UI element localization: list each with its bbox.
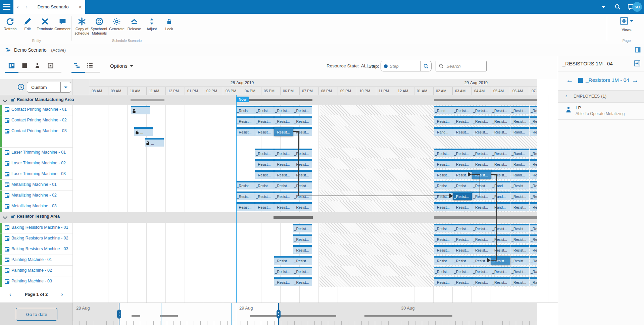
resource-label-cell[interactable]: Metallizing Machine - 02	[0, 191, 73, 201]
gantt-bar[interactable]: _Resist...	[491, 245, 510, 254]
comment-button[interactable]: Comment	[54, 16, 71, 31]
resource-label-cell[interactable]: Baking Resistors Machine - 02	[0, 233, 73, 244]
gantt-bar[interactable]: _Resist...	[434, 224, 453, 232]
gantt-bar[interactable]: _Resist...	[293, 234, 312, 243]
gantt-bar[interactable]: _Resist...	[236, 202, 255, 211]
gantt-bar-selected[interactable]: _Resist...	[453, 192, 472, 200]
gantt-bar[interactable]: _Resist...	[453, 267, 472, 275]
range-handle[interactable]	[277, 310, 281, 319]
gantt-bar[interactable]: _Resist...	[530, 192, 537, 200]
gantt-bar[interactable]: _Resist...	[255, 159, 274, 168]
hamburger-menu-icon[interactable]	[0, 0, 13, 14]
gantt-bar[interactable]: _Rand...	[510, 170, 529, 179]
gantt-bar[interactable]: _Resist...	[530, 245, 537, 254]
go-to-date-button[interactable]: Go to date	[16, 308, 57, 321]
gantt-bar[interactable]: _Resist...	[472, 192, 491, 200]
gantt-bar[interactable]: _Resist...	[274, 277, 293, 286]
gantt-bar[interactable]: _Resist...	[274, 202, 293, 211]
gantt-bar[interactable]: _Resist...	[255, 127, 274, 136]
gantt-bar[interactable]: _Resist...	[472, 127, 491, 136]
resource-label-cell[interactable]: Laser Trimming Machine - 03	[0, 169, 73, 180]
tab-close-icon[interactable]: ✕	[75, 4, 85, 10]
locked-task-bar[interactable]: ...	[145, 138, 164, 147]
gantt-bar[interactable]: _Rand...	[434, 106, 453, 114]
custom-range-dropdown[interactable]: Custom	[27, 82, 71, 93]
gantt-bar[interactable]: _Resist...	[510, 202, 529, 211]
gantt-bar[interactable]: _Resist...	[472, 267, 491, 275]
gantt-bar[interactable]: _Resist...	[453, 149, 472, 157]
chevron-down-icon[interactable]	[3, 98, 7, 102]
collapse-section-icon[interactable]: ‹	[565, 93, 567, 99]
gantt-bar[interactable]: _Resist...	[453, 202, 472, 211]
step-search-button[interactable]	[420, 61, 431, 71]
search-input[interactable]	[444, 64, 486, 69]
employees-section-header[interactable]: ‹ EMPLOYEES (1)	[558, 91, 644, 103]
generate-button[interactable]: Generate	[108, 16, 126, 31]
gantt-bar[interactable]: _Resist...	[293, 277, 312, 286]
gantt-bar[interactable]: _Resist...	[530, 181, 537, 189]
gantt-bar[interactable]: _Resist...	[510, 245, 529, 254]
gantt-bar[interactable]: _Resist...	[434, 116, 453, 125]
gantt-bar[interactable]: _Resist...	[530, 127, 537, 136]
resource-label-cell[interactable]: Baking Resistors Machine - 01	[0, 223, 73, 233]
resource-label-cell[interactable]: Painting Machine - 01	[0, 255, 73, 266]
step-input[interactable]	[388, 64, 420, 69]
resource-label-cell[interactable]: Baking Resistors Machine - 03	[0, 244, 73, 255]
gantt-bar[interactable]: _Rand...	[434, 127, 453, 136]
gantt-bar[interactable]: _Resist...	[472, 106, 491, 114]
gantt-bar[interactable]: _Resist...	[274, 159, 293, 168]
page-next-icon[interactable]: ›	[61, 291, 63, 298]
gantt-bar[interactable]: _Resist...	[453, 245, 472, 254]
gantt-bar[interactable]: _Resist...	[293, 267, 312, 275]
gantt-bar[interactable]: _Resist...	[453, 224, 472, 232]
gantt-bar[interactable]: _Resist...	[491, 267, 510, 275]
gantt-bar[interactable]: _Resist...	[293, 224, 312, 232]
resource-label-cell[interactable]: Laser Trimming Machine - 02	[0, 158, 73, 169]
gantt-bar[interactable]: _Resist...	[293, 202, 312, 211]
edit-button[interactable]: Edit	[19, 16, 36, 31]
views-button[interactable]	[620, 17, 633, 25]
gantt-bar[interactable]: _Resist...	[255, 116, 274, 125]
gantt-bar[interactable]: _Resist...	[293, 256, 312, 265]
gantt-bar[interactable]: _Resist...	[453, 234, 472, 243]
history-back-icon[interactable]: ‹	[13, 4, 22, 10]
resource-label-cell[interactable]: Contact Printing Machine - 02	[0, 115, 73, 126]
gantt-bar[interactable]: _Resist...	[434, 181, 453, 189]
release-button[interactable]: Release	[126, 16, 143, 31]
gantt-bar[interactable]: _Rand...	[530, 267, 537, 275]
gantt-bar[interactable]: _Resist...	[255, 202, 274, 211]
gantt-bar-selected[interactable]: _Resist...	[274, 127, 293, 136]
resource-label-cell[interactable]: Contact Printing Machine - 01	[0, 105, 73, 115]
gantt-bar[interactable]: _Resist...	[530, 159, 537, 168]
gantt-bar[interactable]: _Resist...	[530, 224, 537, 232]
locked-task-bar[interactable]: ...	[131, 106, 150, 114]
gantt-bar[interactable]: _Resist...	[472, 224, 491, 232]
gantt-bar[interactable]: _Resist...	[293, 149, 312, 157]
gantt-bar[interactable]: _Resist...	[491, 149, 510, 157]
gantt-bar[interactable]: _Resist...	[236, 192, 255, 200]
gantt-bar[interactable]: _Rand...	[530, 256, 537, 265]
gantt-bar[interactable]: _Resist...	[255, 192, 274, 200]
gantt-bar[interactable]: _Rand...	[491, 192, 510, 200]
gantt-bar[interactable]: _Resist...	[274, 106, 293, 114]
gantt-bar[interactable]: _Resist...	[472, 116, 491, 125]
gantt-bar[interactable]: _Rand...	[530, 277, 537, 286]
gantt-bar[interactable]: _Resist...	[491, 277, 510, 286]
resource-label-cell[interactable]: Laser Trimming Machine - 01	[0, 148, 73, 158]
refresh-button[interactable]: Refresh	[1, 16, 19, 31]
gantt-bar[interactable]: _Resist...	[530, 234, 537, 243]
frame-view-icon[interactable]	[46, 61, 55, 70]
gantt-bar[interactable]: _Resist...	[510, 106, 529, 114]
gantt-bar[interactable]: _Resist...	[510, 181, 529, 189]
gantt-bar[interactable]: _Resist...	[274, 267, 293, 275]
gantt-bar[interactable]: _Resist...	[293, 106, 312, 114]
gantt-bar[interactable]: _Resist...	[491, 116, 510, 125]
gantt-bar[interactable]: _Resist...	[453, 181, 472, 189]
gantt-bar[interactable]: _Resist...	[472, 277, 491, 286]
gantt-bar[interactable]: _Resist...	[274, 149, 293, 157]
topbar-dropdown-icon[interactable]	[598, 0, 608, 14]
locked-task-bar[interactable]: ...	[134, 127, 153, 136]
group-label-cell[interactable]: Resistor Manufacturing Area	[0, 95, 73, 105]
gantt-bar[interactable]: _Resist...	[472, 245, 491, 254]
lock-button[interactable]: Lock	[160, 16, 178, 31]
